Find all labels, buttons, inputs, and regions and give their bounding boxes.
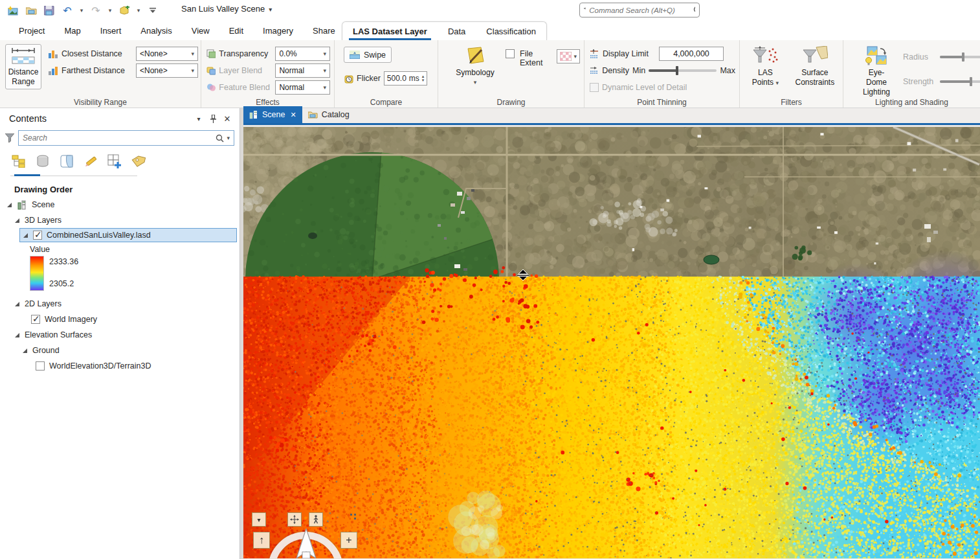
pan-mode-button[interactable] [287,512,302,527]
tab-insert[interactable]: Insert [91,21,131,40]
terrain3d-checkbox[interactable] [36,361,45,371]
ribbon-tabs: Project Map Insert Analysis View Edit Im… [9,21,381,40]
redo-dropdown[interactable]: ▾ [106,3,114,18]
feature-blend-combo[interactable]: Normal▾ [275,80,330,95]
tree-item-2d-layers[interactable]: 2D Layers [0,296,239,312]
distance-range-button[interactable]: Distance Range [5,44,41,89]
list-by-snapping-button[interactable] [106,154,123,169]
active-tool-underline [14,174,40,176]
list-by-data-source-button[interactable] [34,154,51,169]
compass-north-needle[interactable] [295,529,318,558]
tab-edit[interactable]: Edit [219,21,253,40]
close-view-icon[interactable]: ✕ [290,111,296,119]
add-data-button[interactable] [117,3,132,18]
strength-slider[interactable] [940,80,980,83]
expand-icon[interactable] [22,348,28,354]
scene-render-canvas[interactable] [243,127,980,558]
redo-button[interactable]: ↷ [88,3,104,18]
file-extent-color-picker[interactable]: ▾ [557,49,580,63]
tab-project[interactable]: Project [9,21,54,40]
title-bar: ↶ ▾ ↷ ▾ ▾ San Luis Valley Scene▾ [0,0,980,21]
customize-qat-button[interactable] [145,3,161,18]
closest-distance-combo[interactable]: <None>▾ [136,47,198,61]
command-search[interactable] [579,3,700,17]
closest-distance-label: Closest Distance [61,49,133,58]
tree-item-elevation-surfaces[interactable]: Elevation Surfaces [0,327,239,343]
expand-icon[interactable] [6,202,12,208]
transparency-icon [206,49,216,58]
group-compare: Swipe Flicker 500.0 ms ▴▾ Compare [335,40,438,108]
list-by-labeling-button[interactable] [130,154,147,169]
quick-access-toolbar: ↶ ▾ ↷ ▾ ▾ [5,3,161,18]
panel-menu-button[interactable]: ▾ [192,111,206,126]
new-project-button[interactable] [5,3,21,18]
expand-icon[interactable] [23,233,28,238]
pin-button[interactable] [206,111,220,126]
file-extent-checkbox[interactable] [506,49,515,58]
world-imagery-checkbox[interactable] [31,315,40,324]
spinner-arrows-icon[interactable]: ▴▾ [422,74,425,82]
tab-imagery[interactable]: Imagery [253,21,303,40]
contents-search-input[interactable] [23,133,213,143]
group-point-thinning: Display Limit Density Min Max Dynamic Le… [585,40,740,108]
walk-mode-button[interactable] [309,512,323,527]
transparency-combo[interactable]: 0.0%▾ [275,47,330,61]
command-search-input[interactable] [589,6,690,14]
add-data-dropdown[interactable]: ▾ [135,3,142,18]
tab-view[interactable]: View [182,21,219,40]
tree-item-scene[interactable]: Scene [0,197,239,212]
project-title[interactable]: San Luis Valley Scene▾ [181,4,272,14]
expand-icon[interactable] [14,218,20,223]
chevron-down-icon: ▾ [257,516,260,523]
list-by-drawing-order-button[interactable] [10,154,27,169]
tab-analysis[interactable]: Analysis [131,21,181,40]
scene-viewport[interactable]: ▾ ↑ + [243,127,980,558]
eye-dome-lighting-button[interactable]: Eye-Dome Lighting [860,44,893,99]
layer-blend-combo[interactable]: Normal▾ [275,63,330,78]
swipe-divider-cursor[interactable] [516,269,530,284]
contents-search-box[interactable]: ▾ [18,130,234,146]
lasd-layer-checkbox[interactable] [33,231,42,240]
save-project-button[interactable] [41,3,57,18]
close-panel-button[interactable]: ✕ [220,111,234,126]
las-points-button[interactable]: LAS Points ▾ [745,44,786,89]
dynamic-lod-checkbox[interactable] [590,83,599,92]
open-project-button[interactable] [23,3,39,18]
swipe-button[interactable]: Swipe [344,47,392,63]
density-slider[interactable] [649,69,717,72]
expand-icon[interactable] [14,301,20,307]
list-by-editing-button[interactable] [82,154,99,169]
list-by-selection-button[interactable] [58,154,75,169]
tab-map[interactable]: Map [54,21,90,40]
move-up-button[interactable]: ↑ [253,532,270,549]
tab-las-dataset-layer[interactable]: LAS Dataset Layer [342,22,438,40]
zoom-in-button[interactable]: + [340,532,357,549]
tree-item-world-imagery[interactable]: World Imagery [0,312,239,327]
tab-classification[interactable]: Classification [476,22,546,40]
legend-max-value: 2333.36 [49,257,78,266]
legend-min-value: 2305.2 [49,279,78,288]
symbology-button[interactable]: Symbology ▾ [454,44,496,87]
menu-row: Project Map Insert Analysis View Edit Im… [0,21,980,40]
undo-button[interactable]: ↶ [60,3,75,18]
tree-item-terrain3d[interactable]: WorldElevation3D/Terrain3D [0,358,239,374]
tab-catalog-view[interactable]: Catalog [302,106,355,123]
tab-scene-view[interactable]: Scene ✕ [243,106,302,123]
flicker-spinner[interactable]: 500.0 ms ▴▾ [384,71,428,86]
expand-icon[interactable] [14,332,20,338]
radius-slider[interactable] [940,56,980,58]
tree-item-ground[interactable]: Ground [0,343,239,358]
navigator-collapse-button[interactable]: ▾ [252,512,266,527]
tree-item-lasd-layer[interactable]: CombinedSanLuisValley.lasd [19,228,237,242]
tab-share[interactable]: Share [303,21,345,40]
farthest-distance-combo[interactable]: <None>▾ [136,63,198,78]
surface-constraints-button[interactable]: Surface Constraints [791,44,839,89]
contents-panel: Contents ▾ ✕ ▾ [0,108,240,559]
tab-data[interactable]: Data [438,22,476,40]
undo-dropdown[interactable]: ▾ [78,3,85,18]
display-limit-input[interactable] [659,47,724,61]
navigator-drag-handle[interactable] [350,514,357,520]
sparkle-icon [584,5,586,15]
tree-item-3d-layers[interactable]: 3D Layers [0,212,239,228]
group-label: Compare [335,98,438,107]
